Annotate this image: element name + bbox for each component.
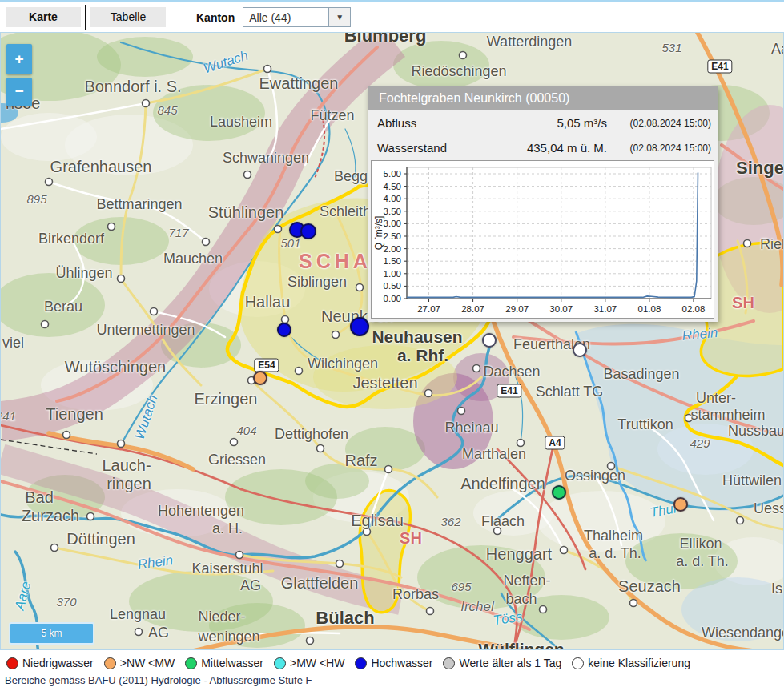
legend-item-label: Niedrigwasser: [22, 657, 94, 669]
station-marker[interactable]: [552, 485, 566, 500]
svg-text:31.07: 31.07: [593, 304, 617, 314]
legend-item-label: >MW <HW: [290, 657, 344, 669]
road-badge: E41: [497, 384, 521, 398]
measurement-label: Wasserstand: [377, 141, 487, 155]
station-popup-title: Fochtelgraben Neunkirch (00050): [368, 86, 718, 110]
road-badge: A4: [545, 436, 565, 450]
kanton-select-value: Alle (44): [243, 11, 328, 24]
legend-item: Werte älter als 1 Tag: [443, 657, 561, 669]
toolbar: Karte Tabelle Kanton Alle (44) ▼: [0, 2, 784, 32]
measurement-value: 5,05 m³/s: [487, 116, 607, 130]
svg-text:30.07: 30.07: [549, 304, 573, 314]
kanton-select[interactable]: Alle (44) ▼: [243, 7, 351, 27]
app-window: Karte Tabelle Kanton Alle (44) ▼: [0, 0, 784, 687]
svg-text:3.00: 3.00: [384, 219, 401, 228]
tab-divider: [85, 5, 86, 30]
station-marker[interactable]: [253, 371, 267, 385]
legend-item: >NW <MW: [104, 657, 175, 669]
station-marker[interactable]: [277, 323, 291, 337]
station-popup-rows: Abfluss5,05 m³/s(02.08.2024 15:00)Wasser…: [368, 110, 718, 160]
kanton-label: Kanton: [196, 11, 235, 24]
legend-bar: Niedrigwasser>NW <MWMittelwasser>MW <HWH…: [0, 650, 784, 687]
svg-text:4.00: 4.00: [384, 194, 401, 203]
svg-text:0.00: 0.00: [384, 294, 401, 303]
road-badge: E41: [707, 60, 732, 74]
tab-karte[interactable]: Karte: [6, 7, 81, 27]
zoom-out-button[interactable]: −: [6, 78, 32, 106]
legend-status-dot-icon: [572, 657, 584, 669]
svg-text:2.50: 2.50: [384, 231, 401, 241]
svg-text:1.50: 1.50: [384, 256, 401, 266]
svg-text:02.08: 02.08: [682, 304, 706, 314]
measurement-row: Abfluss5,05 m³/s(02.08.2024 15:00): [368, 110, 718, 135]
measurement-value: 435,04 m ü. M.: [487, 141, 607, 155]
map-canvas[interactable]: Bonndorf i. S.845EwattingenLausheimFütze…: [0, 32, 784, 650]
station-popup: Fochtelgraben Neunkirch (00050) Abfluss5…: [368, 86, 718, 322]
station-marker-selected[interactable]: [350, 317, 369, 336]
legend-item-label: Hochwasser: [371, 657, 432, 669]
zoom-in-button[interactable]: +: [6, 44, 32, 74]
station-marker[interactable]: [573, 343, 587, 357]
svg-text:27.07: 27.07: [417, 304, 440, 314]
svg-text:5.00: 5.00: [384, 169, 401, 179]
tab-tabelle[interactable]: Tabelle: [90, 7, 166, 27]
svg-text:01.08: 01.08: [638, 304, 661, 314]
measurement-timestamp: (02.08.2024 15:00): [607, 118, 711, 129]
discharge-chart: 0.000.501.001.502.002.503.003.504.004.50…: [371, 160, 714, 319]
legend-item: Hochwasser: [355, 657, 432, 669]
svg-text:4.50: 4.50: [384, 182, 401, 191]
measurement-label: Abfluss: [377, 116, 487, 130]
legend-item: >MW <HW: [274, 657, 344, 669]
svg-text:Q [m³/s]: Q [m³/s]: [373, 216, 384, 251]
scale-bar: 5 km: [9, 622, 94, 645]
svg-text:3.50: 3.50: [384, 207, 401, 216]
legend-status-dot-icon: [6, 657, 18, 669]
svg-text:0.50: 0.50: [384, 281, 401, 291]
svg-text:28.07: 28.07: [461, 304, 484, 314]
legend-item: keine Klassifizierung: [572, 657, 690, 669]
legend-item-label: >NW <MW: [120, 657, 175, 669]
measurement-row: Wasserstand435,04 m ü. M.(02.08.2024 15:…: [368, 135, 718, 160]
station-marker[interactable]: [300, 223, 316, 239]
legend-item-label: Mittelwasser: [201, 657, 263, 669]
legend-status-dot-icon: [355, 657, 367, 669]
svg-text:29.07: 29.07: [505, 304, 529, 314]
measurement-timestamp: (02.08.2024 15:00): [607, 143, 711, 154]
svg-text:2.00: 2.00: [384, 244, 401, 254]
legend-status-dot-icon: [443, 657, 455, 669]
station-marker[interactable]: [673, 497, 688, 512]
legend-status-dot-icon: [104, 657, 116, 669]
road-badge: E54: [254, 359, 279, 372]
chevron-down-icon[interactable]: ▼: [328, 8, 350, 26]
station-marker[interactable]: [482, 333, 497, 348]
legend-source-note: Bereiche gemäss BAFU (2011) Hydrologie -…: [0, 672, 784, 686]
legend-status-dot-icon: [185, 657, 197, 669]
svg-text:1.00: 1.00: [384, 269, 401, 279]
legend-item-label: Werte älter als 1 Tag: [459, 657, 561, 669]
legend-item: Mittelwasser: [185, 657, 263, 669]
legend-item: Niedrigwasser: [6, 657, 94, 669]
legend-item-label: keine Klassifizierung: [588, 657, 690, 669]
discharge-chart-svg: 0.000.501.001.502.002.503.003.504.004.50…: [372, 161, 714, 316]
legend-status-dot-icon: [274, 657, 286, 669]
